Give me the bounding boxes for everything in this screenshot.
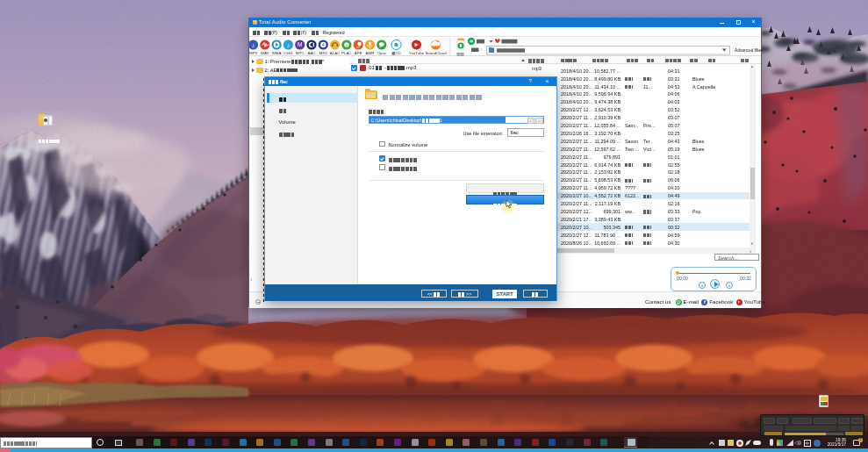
svg-text:YouTube: YouTube [409,51,425,55]
svg-text:AMR: AMR [366,51,375,55]
svg-text:♪: ♪ [346,43,348,47]
svg-text:♪: ♪ [252,41,255,47]
svg-text:WAV: WAV [261,51,269,55]
svg-text:SoundCloud: SoundCloud [425,51,447,55]
svg-text::: : [481,47,482,52]
svg-text:OGG: OGG [283,51,293,55]
svg-text:▥▥: ▥▥ [456,52,464,56]
svg-text:MP3: MP3 [249,51,258,55]
svg-text:Opus: Opus [377,51,387,55]
svg-text:M: M [298,41,302,47]
svg-text:ALAC: ALAC [330,51,340,55]
svg-text:APE: APE [355,51,362,55]
svg-text:4: 4 [322,42,325,47]
svg-text:WMA: WMA [272,51,282,55]
svg-text:♪: ♪ [287,41,291,47]
svg-text:MPC: MPC [296,51,305,55]
svg-text:MP4: MP4 [319,51,328,55]
svg-text:▩CD: ▩CD [391,51,401,55]
svg-text:AAC: AAC [307,51,315,55]
svg-text:FLAC: FLAC [341,51,351,55]
svg-text:Advanced filter: Advanced filter [735,48,763,53]
